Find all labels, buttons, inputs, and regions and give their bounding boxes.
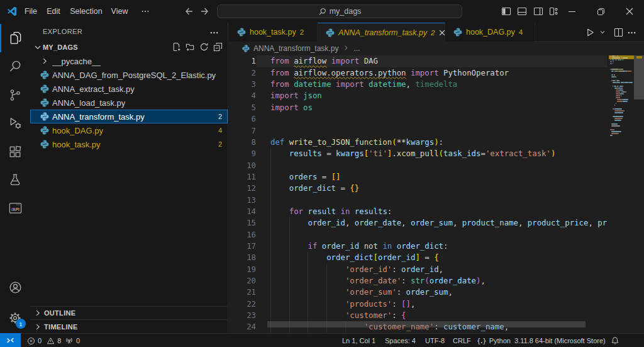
code-text: order_dict[order_id] = { [270, 252, 439, 263]
menu-view[interactable]: View [109, 0, 130, 23]
menu-more-icon[interactable] [136, 0, 154, 23]
activity-source-control-icon[interactable] [0, 81, 30, 109]
remote-indicator[interactable] [0, 333, 21, 347]
code-editor[interactable]: 1from airflow import DAG2from airflow.op… [229, 55, 644, 333]
activity-search-icon[interactable] [0, 52, 30, 81]
line-number: 10 [229, 160, 256, 171]
code-token: 'order_sum' [345, 288, 397, 297]
indent-guide [270, 229, 271, 241]
code-token: . [392, 149, 396, 158]
activity-testing-icon[interactable] [0, 166, 30, 194]
split-editor-icon[interactable] [614, 28, 623, 37]
collapse-all-icon[interactable] [213, 42, 223, 52]
notifications-bell-icon[interactable] [611, 334, 619, 347]
language-status[interactable]: {} Python [477, 334, 511, 347]
code-token [350, 207, 354, 216]
code-token: : [401, 276, 411, 285]
vertical-scrollbar[interactable] [634, 55, 644, 333]
toggle-secondary-sidebar-icon[interactable] [532, 5, 545, 18]
editor-more-actions-icon[interactable] [627, 28, 636, 37]
code-token: import [270, 103, 299, 112]
ports-status[interactable]: 0 [65, 334, 80, 347]
nav-forward-icon[interactable] [198, 5, 211, 18]
tree-item-hook_task.py[interactable]: hook_task.py2 [30, 137, 228, 151]
code-token: = [420, 253, 434, 262]
activity-explorer-icon[interactable] [0, 24, 30, 52]
minimap-line-mark [626, 71, 631, 72]
line-number: 3 [229, 79, 256, 90]
code-token: pro [597, 219, 607, 227]
chevron-down-icon [33, 42, 43, 52]
folder-section-header[interactable]: MY_DAGS [30, 40, 228, 54]
tab-hook_DAG.py[interactable]: hook_DAG.py4 [445, 23, 535, 42]
code-token: , [401, 219, 411, 227]
minimap[interactable] [609, 55, 634, 333]
new-folder-icon[interactable] [186, 42, 195, 52]
tree-item-__pycache__[interactable]: __pycache__ [30, 54, 228, 68]
activity-run-debug-icon[interactable] [0, 109, 30, 137]
tree-item-hook_DAG.py[interactable]: hook_DAG.py4 [30, 123, 228, 137]
line-number: 4 [229, 90, 256, 101]
menu-file[interactable]: File [21, 0, 40, 23]
toggle-sidebar-icon[interactable] [500, 5, 513, 18]
code-token: from [270, 57, 289, 65]
horizontal-scrollbar-thumb[interactable] [267, 321, 586, 327]
python-interpreter-status[interactable]: 3.11.8 64-bit (Microsoft Store) [514, 334, 606, 347]
outline-panel-header[interactable]: OUTLINE [30, 306, 228, 319]
explorer-more-actions-icon[interactable] [209, 28, 219, 37]
tree-item-ANNA_load_task.py[interactable]: ANNA_load_task.py [30, 96, 228, 110]
minimap-line-mark [623, 99, 627, 100]
new-file-icon[interactable] [172, 42, 181, 52]
warning-count: 8 [57, 337, 61, 344]
restore-button[interactable] [586, 0, 615, 23]
code-token: import [411, 69, 439, 77]
problems-status[interactable]: 0 8 [27, 334, 61, 347]
indentation-status[interactable]: Spaces: 4 [385, 334, 416, 347]
minimize-button[interactable] [557, 0, 586, 23]
cursor-position[interactable]: Ln 1, Col 1 [342, 334, 375, 347]
accounts-icon[interactable] [0, 273, 30, 302]
menu-selection[interactable]: Selection [67, 0, 106, 23]
activity-extensions-icon[interactable] [0, 137, 30, 166]
code-token: , [345, 219, 355, 227]
code-line-18: 18 order_dict[order_id] = { [229, 252, 607, 263]
vscode-logo-icon [6, 6, 18, 17]
code-line-14: 14 for result in results: [229, 206, 607, 217]
refresh-icon[interactable] [199, 42, 209, 52]
code-token: , [480, 276, 485, 285]
code-token: datetime [369, 80, 406, 89]
overview-ruler-warning-mark [636, 56, 642, 59]
settings-gear-icon[interactable] [0, 304, 30, 332]
minimap-line-mark [614, 112, 623, 113]
run-python-file-icon[interactable] [586, 28, 595, 37]
tree-item-ANNA_transform_task.py[interactable]: ANNA_transform_task.py2 [30, 110, 228, 123]
breadcrumbs[interactable]: ANNA_transform_task.py ... [229, 42, 644, 55]
eol-status[interactable]: CRLF [453, 334, 471, 347]
code-line-8: 8def write_to_JSON_function(**kwargs): [229, 137, 607, 148]
minimap-line-mark [612, 59, 614, 60]
indent-guide [289, 229, 290, 241]
tree-item-ANNA_DAG_from_PostgreSQL_2_Elastic.py[interactable]: ANNA_DAG_from_PostgreSQL_2_Elastic.py [30, 68, 228, 82]
code-token: order_date [355, 219, 401, 227]
vertical-scrollbar-thumb[interactable] [634, 55, 644, 100]
tab-hook_task.py[interactable]: hook_task.py2 [229, 23, 318, 42]
command-center-search[interactable]: my_dags [217, 4, 462, 18]
tree-item-ANNA_extract_task.py[interactable]: ANNA_extract_task.py [30, 82, 228, 96]
code-line-11: 11 orders = [] [229, 171, 607, 183]
activity-api-client-icon[interactable]: /API [0, 194, 30, 222]
toggle-panel-icon[interactable] [516, 5, 528, 18]
minimap-line-mark [629, 82, 633, 83]
menu-edit[interactable]: Edit [44, 0, 63, 23]
line-number: 5 [229, 102, 256, 113]
close-button[interactable] [615, 0, 644, 23]
timeline-panel-header[interactable]: TIMELINE [30, 319, 228, 333]
breadcrumb-symbol[interactable]: ... [353, 44, 360, 53]
run-dropdown-icon[interactable] [599, 28, 606, 36]
breadcrumb-file[interactable]: ANNA_transform_task.py [253, 44, 338, 53]
tab-ANNA_transform_task.py[interactable]: ANNA_transform_task.py2 [318, 23, 445, 42]
code-content[interactable]: 1from airflow import DAG2from airflow.op… [229, 55, 607, 333]
nav-back-icon[interactable] [183, 5, 196, 18]
encoding-status[interactable]: UTF-8 [425, 334, 445, 347]
minimap-line-mark [617, 101, 623, 102]
code-token: : [443, 242, 448, 251]
